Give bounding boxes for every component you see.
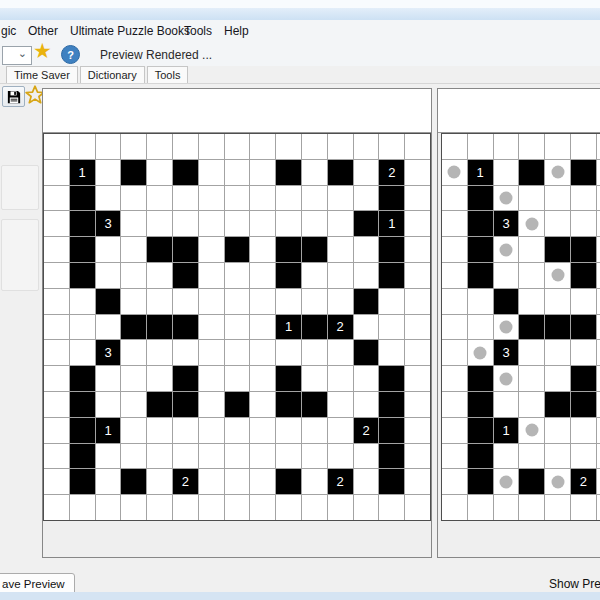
grid-cell[interactable] bbox=[121, 263, 146, 288]
grid-cell[interactable] bbox=[276, 444, 301, 469]
grid-cell[interactable] bbox=[405, 160, 430, 185]
grid-cell[interactable] bbox=[173, 211, 198, 236]
grid-cell[interactable] bbox=[328, 418, 353, 443]
grid-cell[interactable] bbox=[147, 211, 172, 236]
grid-cell[interactable] bbox=[173, 495, 198, 520]
grid-cell[interactable] bbox=[405, 469, 430, 494]
grid-cell[interactable] bbox=[147, 469, 172, 494]
grid-cell[interactable] bbox=[405, 289, 430, 314]
grid-cell[interactable] bbox=[250, 315, 275, 340]
grid-cell[interactable] bbox=[147, 340, 172, 365]
grid-cell-black[interactable] bbox=[121, 315, 146, 340]
grid-cell[interactable] bbox=[302, 134, 327, 159]
grid-cell[interactable] bbox=[405, 392, 430, 417]
menu-item-ultimate-puzzle-books[interactable]: Ultimate Puzzle Books bbox=[70, 24, 190, 38]
grid-cell-black[interactable] bbox=[354, 340, 379, 365]
grid-cell[interactable] bbox=[225, 134, 250, 159]
grid-cell[interactable] bbox=[147, 160, 172, 185]
grid-cell[interactable] bbox=[121, 495, 146, 520]
grid-cell[interactable] bbox=[199, 160, 224, 185]
grid-cell-black[interactable]: 3 bbox=[96, 211, 121, 236]
grid-cell[interactable] bbox=[225, 340, 250, 365]
grid-cell[interactable] bbox=[225, 495, 250, 520]
grid-cell-black[interactable] bbox=[302, 392, 327, 417]
grid-cell[interactable] bbox=[250, 418, 275, 443]
grid-cell-black[interactable] bbox=[147, 392, 172, 417]
grid-cell-black[interactable] bbox=[70, 444, 95, 469]
grid-cell[interactable] bbox=[96, 263, 121, 288]
grid-cell[interactable] bbox=[96, 186, 121, 211]
grid-cell-black[interactable] bbox=[173, 160, 198, 185]
grid-cell[interactable] bbox=[70, 495, 95, 520]
grid-cell[interactable] bbox=[302, 444, 327, 469]
grid-cell[interactable] bbox=[354, 237, 379, 262]
grid-cell[interactable] bbox=[147, 418, 172, 443]
grid-cell[interactable] bbox=[250, 160, 275, 185]
grid-cell[interactable] bbox=[405, 315, 430, 340]
grid-cell[interactable] bbox=[44, 134, 69, 159]
grid-cell[interactable] bbox=[225, 315, 250, 340]
menu-item-help[interactable]: Help bbox=[224, 24, 249, 38]
grid-cell[interactable] bbox=[276, 418, 301, 443]
grid-cell-black[interactable] bbox=[70, 366, 95, 391]
grid-cell-black[interactable] bbox=[276, 263, 301, 288]
menu-item-gic[interactable]: gic bbox=[1, 24, 16, 38]
grid-cell-black[interactable] bbox=[379, 237, 404, 262]
grid-cell[interactable] bbox=[44, 289, 69, 314]
grid-cell[interactable] bbox=[173, 289, 198, 314]
grid-cell[interactable] bbox=[96, 160, 121, 185]
grid-cell[interactable] bbox=[225, 263, 250, 288]
grid-cell[interactable] bbox=[44, 366, 69, 391]
grid-cell[interactable] bbox=[44, 211, 69, 236]
grid-cell-black[interactable] bbox=[70, 418, 95, 443]
grid-cell[interactable] bbox=[173, 444, 198, 469]
grid-cell[interactable] bbox=[147, 366, 172, 391]
grid-cell[interactable] bbox=[250, 263, 275, 288]
menu-item-tools[interactable]: Tools bbox=[184, 24, 212, 38]
grid-cell[interactable] bbox=[199, 237, 224, 262]
grid-cell[interactable] bbox=[250, 134, 275, 159]
grid-cell[interactable] bbox=[225, 366, 250, 391]
grid-cell[interactable] bbox=[147, 289, 172, 314]
grid-cell[interactable] bbox=[121, 211, 146, 236]
grid-cell-black[interactable] bbox=[276, 237, 301, 262]
grid-cell-black[interactable] bbox=[276, 160, 301, 185]
grid-cell-black[interactable] bbox=[96, 289, 121, 314]
grid-cell[interactable] bbox=[405, 237, 430, 262]
grid-cell-black[interactable]: 2 bbox=[328, 469, 353, 494]
grid-cell[interactable] bbox=[250, 444, 275, 469]
grid-cell[interactable] bbox=[379, 495, 404, 520]
grid-cell[interactable] bbox=[96, 134, 121, 159]
show-preview-button[interactable]: Show Prev bbox=[549, 577, 600, 591]
grid-cell[interactable] bbox=[302, 211, 327, 236]
grid-cell[interactable] bbox=[354, 469, 379, 494]
grid-cell[interactable] bbox=[96, 315, 121, 340]
grid-cell[interactable] bbox=[121, 237, 146, 262]
grid-cell[interactable] bbox=[199, 418, 224, 443]
grid-cell-black[interactable] bbox=[379, 444, 404, 469]
grid-cell[interactable] bbox=[173, 340, 198, 365]
grid-cell-black[interactable] bbox=[354, 289, 379, 314]
grid-cell-black[interactable] bbox=[173, 315, 198, 340]
grid-cell-black[interactable] bbox=[379, 469, 404, 494]
grid-cell[interactable] bbox=[276, 134, 301, 159]
grid-cell-black[interactable] bbox=[302, 237, 327, 262]
grid-cell-black[interactable] bbox=[379, 392, 404, 417]
grid-cell[interactable] bbox=[354, 160, 379, 185]
grid-cell-black[interactable]: 2 bbox=[328, 315, 353, 340]
grid-cell[interactable] bbox=[44, 237, 69, 262]
grid-cell[interactable] bbox=[199, 211, 224, 236]
grid-cell[interactable] bbox=[44, 392, 69, 417]
grid-cell[interactable] bbox=[44, 340, 69, 365]
grid-cell[interactable] bbox=[328, 495, 353, 520]
grid-cell-black[interactable] bbox=[147, 237, 172, 262]
grid-cell[interactable] bbox=[44, 418, 69, 443]
grid-cell-black[interactable]: 1 bbox=[70, 160, 95, 185]
grid-cell[interactable] bbox=[44, 444, 69, 469]
grid-cell[interactable] bbox=[302, 469, 327, 494]
grid-cell[interactable] bbox=[250, 237, 275, 262]
grid-cell[interactable] bbox=[328, 444, 353, 469]
grid-cell-black[interactable]: 2 bbox=[379, 160, 404, 185]
grid-cell[interactable] bbox=[405, 366, 430, 391]
grid-cell[interactable] bbox=[44, 263, 69, 288]
